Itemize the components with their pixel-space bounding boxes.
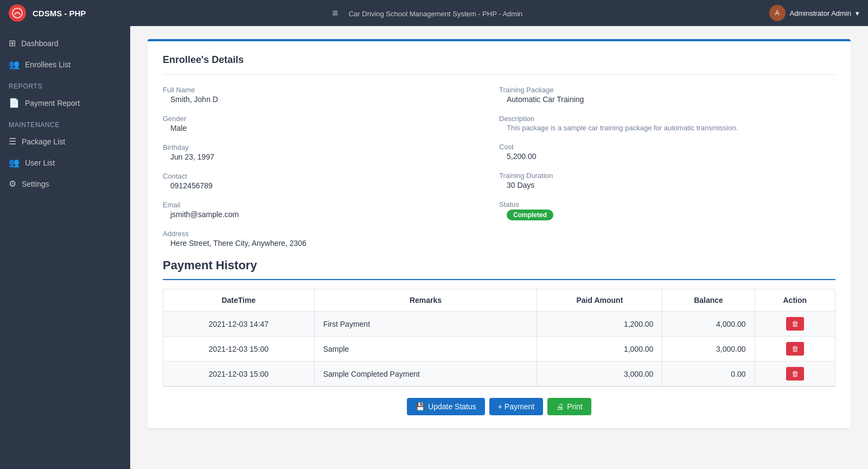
top-bar: CDSMS - PHP ≡ Car Driving School Managem… bbox=[0, 0, 868, 26]
app-logo bbox=[9, 4, 26, 22]
col-balance: Balance bbox=[662, 289, 755, 312]
delete-button-1[interactable]: 🗑 bbox=[786, 342, 804, 356]
dropdown-icon[interactable]: ▾ bbox=[856, 9, 859, 17]
user-list-icon: 👥 bbox=[9, 157, 20, 168]
main-content: Enrollee's Details Full Name Smith, John… bbox=[130, 26, 868, 469]
cost-group: Cost 5,200.00 bbox=[499, 143, 835, 161]
svg-point-0 bbox=[12, 8, 22, 18]
cost-value: 5,200.00 bbox=[499, 152, 825, 161]
sidebar-item-user-list[interactable]: 👥 User List bbox=[0, 152, 130, 173]
contact-value: 0912456789 bbox=[163, 181, 488, 190]
cell-balance: 3,000.00 bbox=[662, 337, 755, 362]
birthday-group: Birthday Jun 23, 1997 bbox=[163, 143, 499, 161]
app-brand: CDSMS - PHP bbox=[33, 9, 86, 18]
print-button[interactable]: 🖨 Print bbox=[547, 398, 591, 415]
enrollees-icon: 👥 bbox=[9, 59, 20, 69]
cell-action: 🗑 bbox=[755, 312, 835, 337]
training-package-value: Automatic Car Training bbox=[499, 95, 825, 104]
description-group: Description This package is a sample car… bbox=[499, 115, 835, 132]
left-details: Full Name Smith, John D Gender Male Birt… bbox=[163, 86, 499, 258]
card-title: Enrollee's Details bbox=[163, 54, 835, 66]
training-duration-group: Training Duration 30 Days bbox=[499, 172, 835, 189]
training-package-label: Training Package bbox=[499, 86, 825, 94]
training-duration-value: 30 Days bbox=[499, 181, 825, 189]
table-row: 2021-12-03 14:47 First Payment 1,200.00 … bbox=[163, 312, 835, 337]
enrollee-details-card: Enrollee's Details Full Name Smith, John… bbox=[148, 39, 851, 428]
cell-datetime: 2021-12-03 15:00 bbox=[163, 337, 314, 362]
table-header-row: DateTime Remarks Paid Amount Balance Act… bbox=[163, 289, 835, 312]
email-group: Email jsmith@sample.com bbox=[163, 201, 499, 219]
cell-remarks: First Payment bbox=[314, 312, 537, 337]
admin-name[interactable]: Adminstrator Admin bbox=[790, 9, 851, 17]
cell-action: 🗑 bbox=[755, 337, 835, 362]
print-icon: 🖨 bbox=[556, 402, 564, 411]
package-list-icon: ☰ bbox=[9, 136, 16, 147]
gender-value: Male bbox=[163, 124, 488, 132]
payment-button[interactable]: + Payment bbox=[489, 398, 543, 415]
status-group: Status Completed bbox=[499, 200, 835, 220]
full-name-value: Smith, John D bbox=[163, 95, 488, 104]
training-duration-label: Training Duration bbox=[499, 172, 825, 180]
training-package-group: Training Package Automatic Car Training bbox=[499, 86, 835, 104]
cost-label: Cost bbox=[499, 143, 825, 151]
birthday-label: Birthday bbox=[163, 143, 488, 151]
email-value: jsmith@sample.com bbox=[163, 210, 488, 219]
cell-paid-amount: 1,000.00 bbox=[537, 337, 662, 362]
full-name-group: Full Name Smith, John D bbox=[163, 86, 499, 104]
cell-paid-amount: 3,000.00 bbox=[537, 362, 662, 386]
sidebar-section-reports: Reports bbox=[0, 77, 130, 92]
delete-button-2[interactable]: 🗑 bbox=[786, 367, 804, 381]
payment-report-icon: 📄 bbox=[9, 98, 20, 108]
delete-button-0[interactable]: 🗑 bbox=[786, 317, 804, 331]
update-status-label: Update Status bbox=[428, 402, 476, 411]
sidebar-item-label: Enrollees List bbox=[25, 60, 71, 69]
details-grid: Full Name Smith, John D Gender Male Birt… bbox=[163, 86, 835, 258]
sidebar-item-label: Dashboard bbox=[21, 39, 59, 48]
update-status-icon: 💾 bbox=[416, 402, 425, 411]
gender-label: Gender bbox=[163, 115, 488, 123]
table-row: 2021-12-03 15:00 Sample 1,000.00 3,000.0… bbox=[163, 337, 835, 362]
print-label: Print bbox=[567, 402, 583, 411]
hamburger-icon[interactable]: ≡ bbox=[333, 8, 339, 18]
contact-label: Contact bbox=[163, 172, 488, 180]
dashboard-icon: ⊞ bbox=[9, 38, 16, 48]
payment-history-table-wrapper: DateTime Remarks Paid Amount Balance Act… bbox=[163, 289, 835, 387]
sidebar-item-dashboard[interactable]: ⊞ Dashboard bbox=[0, 33, 130, 54]
sidebar-item-label: Settings bbox=[22, 180, 49, 188]
cell-paid-amount: 1,200.00 bbox=[537, 312, 662, 337]
full-name-label: Full Name bbox=[163, 86, 488, 94]
col-datetime: DateTime bbox=[163, 289, 314, 312]
card-divider bbox=[163, 74, 835, 75]
payment-history-table: DateTime Remarks Paid Amount Balance Act… bbox=[163, 289, 835, 386]
gender-group: Gender Male bbox=[163, 115, 499, 132]
status-label: Status bbox=[499, 200, 825, 208]
settings-icon: ⚙ bbox=[9, 179, 16, 189]
sidebar: ⊞ Dashboard 👥 Enrollees List Reports 📄 P… bbox=[0, 26, 130, 469]
sidebar-item-label: Payment Report bbox=[25, 99, 80, 107]
address-label: Address bbox=[163, 230, 488, 238]
app-title: Car Driving School Management System - P… bbox=[349, 10, 523, 18]
cell-balance: 4,000.00 bbox=[662, 312, 755, 337]
payment-label: + Payment bbox=[498, 402, 534, 411]
update-status-button[interactable]: 💾 Update Status bbox=[407, 398, 485, 415]
sidebar-item-label: Package List bbox=[22, 137, 65, 146]
description-label: Description bbox=[499, 115, 825, 123]
cell-datetime: 2021-12-03 15:00 bbox=[163, 362, 314, 386]
action-buttons: 💾 Update Status + Payment 🖨 Print bbox=[163, 398, 835, 415]
contact-group: Contact 0912456789 bbox=[163, 172, 499, 190]
col-action: Action bbox=[755, 289, 835, 312]
section-divider bbox=[163, 279, 835, 280]
payment-history-title: Payment History bbox=[163, 258, 835, 272]
sidebar-item-settings[interactable]: ⚙ Settings bbox=[0, 173, 130, 194]
sidebar-item-package-list[interactable]: ☰ Package List bbox=[0, 131, 130, 152]
birthday-value: Jun 23, 1997 bbox=[163, 153, 488, 161]
sidebar-item-enrollees-list[interactable]: 👥 Enrollees List bbox=[0, 54, 130, 75]
address-value: Here Street, There City, Anywhere, 2306 bbox=[163, 239, 488, 248]
sidebar-section-maintenance: Maintenance bbox=[0, 116, 130, 131]
description-value: This package is a sample car training pa… bbox=[499, 124, 825, 132]
sidebar-item-payment-report[interactable]: 📄 Payment Report bbox=[0, 92, 130, 113]
table-row: 2021-12-03 15:00 Sample Completed Paymen… bbox=[163, 362, 835, 386]
cell-remarks: Sample Completed Payment bbox=[314, 362, 537, 386]
cell-datetime: 2021-12-03 14:47 bbox=[163, 312, 314, 337]
status-badge: Completed bbox=[507, 210, 553, 220]
